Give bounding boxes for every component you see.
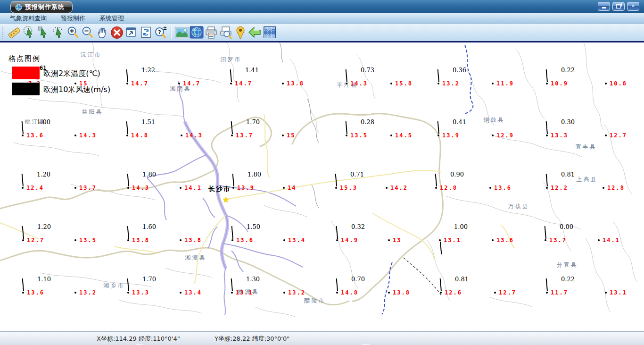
grid-point-temperature: 13.6 [236,237,254,244]
grid-point-dot [126,135,128,136]
close-button[interactable]: ✕ [627,2,639,11]
print-preview-button[interactable] [218,25,233,40]
city-star-icon: ★ [222,196,229,204]
back-arrow-icon [248,26,262,39]
grid-point-temperature: 13.8 [393,289,410,296]
grid-point-wind-speed: 1.20 [37,224,51,230]
refresh-button[interactable] [139,25,153,40]
grid-point-temperature: 12.8 [607,185,625,191]
pan-button[interactable] [95,25,109,40]
menu-bar: 气象资料查询预报制作系统管理 [0,13,644,24]
grid-point-temperature: 13.2 [288,289,305,296]
svg-text:?: ? [158,29,161,35]
grid-point-temperature: 13.3 [132,289,149,296]
grid-point-temperature: 14.2 [390,185,408,191]
map-viewport[interactable]: 沅江市汨罗市湘阴县平江县益阳县桃江县铜鼓县宜丰县上高县万载县长沙市湘潭县湘乡市株… [0,42,644,331]
grid-point-dot [386,187,388,189]
measure-button[interactable] [7,25,22,40]
grid-point-dot [438,83,439,84]
stop-icon [110,26,124,39]
grid-point-dot [605,292,607,294]
grid-point-dot [546,135,548,136]
grid-point-wind-speed: 0.81 [455,276,469,283]
grid-point-dot [74,239,76,241]
grid-point-dot [181,135,182,136]
zoom-in-button[interactable] [66,25,80,40]
grid-point-temperature: 14.7 [235,80,252,87]
grid-map-button[interactable] [262,25,277,40]
grid-point-wind-speed: 1.00 [37,119,50,126]
grid-point-dot [127,239,129,241]
zoom-out-icon [81,26,94,39]
back-button[interactable] [248,25,262,40]
grid-point-temperature: 14.1 [603,237,620,244]
grid-point-dot [546,292,548,294]
zoom-out-button[interactable] [80,25,95,40]
grid-point-temperature: 13.9 [237,185,255,191]
menu-item[interactable]: 预报制作 [54,13,92,24]
grid-point-dot [440,292,442,294]
grid-point-wind-speed: 1.41 [245,67,259,74]
grid-point-dot [605,135,607,136]
grid-point-wind-speed: 1.22 [141,67,155,74]
place-label: 沅江市 [81,52,102,58]
menu-item[interactable]: 气象资料查询 [3,13,54,24]
grid-point-temperature: 12.8 [440,185,457,191]
image-button[interactable] [174,25,189,40]
placemark-button[interactable] [233,25,248,40]
grid-point-temperature: 13.6 [27,289,44,296]
select-circle-button[interactable] [22,25,36,40]
identify-button[interactable]: ? ± [153,25,168,40]
grid-point-wind-speed: 0.28 [361,119,374,126]
grid-point-temperature: 13.5 [79,237,97,244]
grid-point-temperature: 13.8 [287,80,304,87]
stop-button[interactable] [109,25,124,40]
grid-point-temperature: 15.8 [395,80,413,87]
grid-point-dot [231,292,233,294]
grid-point-dot [22,187,24,189]
select-polygon-icon [52,26,65,39]
grid-point-temperature: 14.7 [183,80,200,87]
full-extent-button[interactable] [124,25,139,40]
svg-text:±: ± [163,26,166,31]
grid-point-dot [603,187,604,189]
grid-point-temperature: 13 [393,237,401,244]
status-y-coordinate: Y坐标:28.22 纬度:30°0'0" [215,335,289,343]
full-extent-icon [125,26,138,39]
restore-button[interactable] [612,2,625,11]
grid-point-temperature: 13.3 [551,132,568,139]
select-polygon-button[interactable] [51,25,66,40]
grid-point-temperature: 14.3 [185,132,203,139]
grid-point-dot [336,292,338,294]
grid-point-dot [22,135,24,136]
pan-hand-icon [96,26,108,39]
grid-point-dot [232,187,234,189]
grid-point-wind-speed: 0.22 [561,67,575,74]
print-icon [205,26,218,39]
legend-label: 欧洲10米风速(m/s) [43,85,110,95]
grid-point-temperature: 13.2 [442,80,460,87]
grid-point-temperature: 14.8 [131,132,149,139]
grid-point-temperature: 13.9 [442,132,460,139]
grid-point-wind-speed: 0.73 [361,67,374,74]
place-label: 汨罗市 [221,57,242,63]
grid-point-dot [231,135,233,136]
grid-point-dot [22,292,24,294]
select-circle-icon [23,26,35,39]
measure-icon [8,26,21,39]
grid-map-icon [263,26,276,39]
place-label: 宜丰县 [576,144,597,150]
grid-point-temperature: 14.3 [132,185,149,191]
globe-button[interactable] [189,25,204,40]
grid-point-temperature: 10.9 [551,80,568,87]
select-button[interactable] [36,25,51,40]
grid-point-temperature: 13.7 [79,185,97,191]
print-button[interactable] [204,25,218,40]
grid-point-dot [546,83,548,84]
select-icon [37,26,50,39]
grid-point-dot [388,239,390,241]
menu-item[interactable]: 系统管理 [92,13,131,24]
grid-point-dot [335,187,337,189]
minimize-button[interactable] [598,2,610,11]
grid-point-temperature: 14.1 [184,185,202,191]
